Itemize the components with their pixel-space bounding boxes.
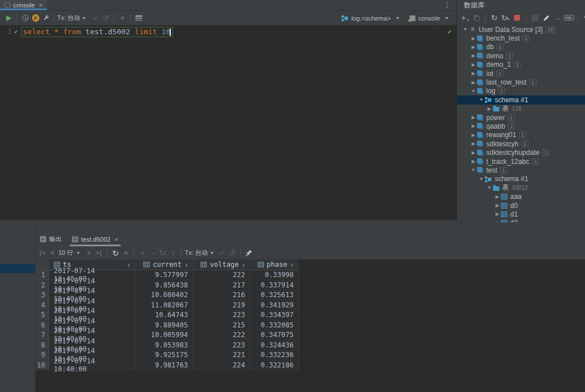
tree-chevron-icon[interactable]: ▶ — [494, 211, 501, 217]
sql-statement[interactable]: select * from test.d5002 limit 10 — [21, 27, 173, 37]
tree-chevron-icon[interactable]: ▶ — [470, 53, 477, 58]
tree-node-d0[interactable]: ▶d0 — [457, 201, 585, 210]
tree-chevron-icon[interactable]: ▼ — [470, 167, 477, 173]
table-cell[interactable]: 223 — [193, 310, 250, 320]
sql-editor[interactable]: 1 ✔ select * from test.d5002 limit 10 ✔ — [0, 25, 456, 219]
table-cell[interactable]: 10.005994 — [135, 330, 193, 340]
tab-result-grid[interactable]: test.d5002 × — [70, 232, 121, 246]
output-in-editor-button[interactable] — [134, 13, 144, 23]
tree-chevron-icon[interactable]: ▶ — [470, 62, 477, 67]
duplicate-button[interactable] — [471, 13, 482, 23]
tree-node-user-data-source-3-[interactable]: ▼✳User Data Source [3]25 — [457, 25, 585, 34]
table-cell[interactable]: 9.889405 — [135, 321, 193, 330]
tree-chevron-icon[interactable]: ▶ — [470, 141, 477, 146]
sort-icon[interactable]: ↕ — [185, 262, 188, 268]
tree-chevron-icon[interactable]: ▼ — [462, 27, 469, 32]
tree-chevron-icon[interactable]: ▶ — [486, 106, 493, 111]
tree-node-log[interactable]: ▼log1 — [457, 87, 585, 95]
table-cell[interactable]: 0.322186 — [250, 361, 299, 370]
table-cell[interactable]: 10.680402 — [135, 290, 193, 300]
close-icon[interactable]: × — [39, 2, 42, 9]
force-refresh-button[interactable]: ↻✎ — [500, 13, 511, 23]
table-cell[interactable]: 223 — [193, 341, 250, 350]
table-cell[interactable]: 0.332085 — [250, 321, 299, 330]
tree-node-sdktestcyhupdate[interactable]: ▶sdktestcyhupdate1 — [457, 148, 585, 157]
page-size-selector[interactable]: 10 行 — [58, 249, 73, 257]
first-page-button[interactable]: |< — [37, 248, 47, 258]
settings-button[interactable] — [41, 13, 51, 23]
tree-node-schema-1[interactable]: ▼schema #1 — [457, 95, 585, 104]
table-cell[interactable]: 0.33998 — [250, 270, 299, 280]
tree-node-qaabb[interactable]: ▶qaabb1 — [457, 122, 585, 130]
column-header-current[interactable]: current↕ — [135, 259, 193, 270]
table-cell[interactable]: 0.337914 — [250, 281, 299, 290]
add-row-button[interactable]: + — [137, 248, 147, 258]
tree-chevron-icon[interactable]: ▼ — [478, 177, 485, 182]
stop-button[interactable]: ■ — [121, 248, 131, 258]
table-cell[interactable]: 215 — [193, 321, 250, 330]
tabbar-options-icon[interactable]: ⋮ — [444, 1, 451, 9]
tree-node-aaa[interactable]: ▶aaa — [457, 192, 585, 201]
revert-button[interactable]: ↻✎ — [158, 248, 168, 258]
table-cell[interactable]: 0.334397 — [250, 310, 299, 320]
table-cell[interactable]: 9.925175 — [135, 350, 193, 360]
tree-chevron-icon[interactable]: ▼ — [486, 185, 493, 190]
tree-node--[interactable]: ▶表178 — [457, 105, 585, 113]
last-page-button[interactable]: >| — [94, 248, 104, 258]
open-table-button[interactable] — [529, 13, 540, 23]
tree-chevron-icon[interactable]: ▶ — [494, 221, 501, 222]
table-cell[interactable]: 0.347075 — [250, 330, 299, 340]
filter-button[interactable] — [581, 13, 585, 23]
table-cell[interactable]: 216 — [193, 290, 250, 300]
table-cell[interactable]: 2017-07-14 10:40:00 — [49, 361, 135, 370]
tree-node-schema-1[interactable]: ▼schema #1 — [457, 175, 585, 183]
rollback-button[interactable]: ↺ — [101, 13, 111, 23]
tree-node-d2[interactable]: ▶d2 — [457, 219, 585, 222]
next-page-button[interactable]: > — [83, 248, 94, 258]
tree-node-sdktestcyh[interactable]: ▶sdktestcyh1 — [457, 139, 585, 148]
table-cell[interactable]: 217 — [193, 281, 250, 290]
schema-switcher[interactable]: log.<schema> — [342, 15, 399, 22]
tree-chevron-icon[interactable]: ▼ — [470, 89, 477, 94]
close-icon[interactable]: × — [114, 236, 118, 243]
tx-mode-selector[interactable]: Tx: 自动 — [185, 249, 207, 257]
commit-button[interactable]: ✓ — [90, 13, 101, 23]
tree-node-rewang01[interactable]: ▶rewang011 — [457, 131, 585, 139]
tree-chevron-icon[interactable]: ▶ — [494, 194, 501, 199]
sort-icon[interactable]: ↕ — [290, 262, 294, 268]
add-datasource-button[interactable]: + — [459, 13, 471, 23]
tree-node-demo-1[interactable]: ▶demo_11 — [457, 61, 585, 69]
table-cell[interactable]: 221 — [193, 350, 250, 360]
tab-console[interactable]: console × — [0, 0, 47, 10]
tree-node-test[interactable]: ▼test1 — [457, 166, 585, 174]
tree-node--[interactable]: ▼表10012 — [457, 183, 585, 192]
tree-node-d1[interactable]: ▶d1 — [457, 210, 585, 218]
table-cell[interactable]: 0.325613 — [250, 290, 299, 300]
tree-chevron-icon[interactable]: ▶ — [470, 123, 477, 129]
table-row[interactable]: 102017-07-14 10:40:009.9817632240.322186 — [35, 361, 299, 371]
table-cell[interactable]: 222 — [193, 330, 250, 340]
table-cell[interactable]: 9.856438 — [135, 281, 193, 290]
tree-chevron-icon[interactable]: ▶ — [470, 115, 477, 120]
modify-button[interactable] — [540, 13, 552, 23]
table-cell[interactable]: 0.332236 — [250, 350, 299, 360]
stop-refresh-button[interactable] — [511, 13, 523, 23]
tree-node-power[interactable]: ▶power1 — [457, 113, 585, 122]
tree-chevron-icon[interactable]: ▶ — [470, 71, 477, 76]
table-cell[interactable]: 9.577997 — [135, 270, 193, 280]
tree-node-iot[interactable]: ▶iot1 — [457, 69, 585, 78]
table-cell[interactable]: 224 — [193, 361, 250, 370]
sort-icon[interactable]: ↕ — [242, 262, 245, 268]
tree-chevron-icon[interactable]: ▶ — [470, 159, 477, 164]
table-cell[interactable]: 9.053983 — [135, 341, 193, 350]
tab-output[interactable]: ▸ 输出 — [38, 232, 64, 246]
generate-sql-button[interactable]: SQL — [563, 13, 575, 23]
table-cell[interactable]: 9.981763 — [135, 361, 193, 370]
tree-chevron-icon[interactable]: ▶ — [470, 150, 477, 155]
tx-mode-selector[interactable]: Tx: 自动 — [57, 14, 80, 22]
column-header-voltage[interactable]: voltage↕ — [193, 259, 250, 270]
tree-chevron-icon[interactable]: ▶ — [470, 36, 477, 41]
parameters-button[interactable]: P — [30, 13, 41, 23]
table-cell[interactable]: 0.341929 — [250, 301, 299, 310]
delete-row-button[interactable]: − — [147, 248, 158, 258]
